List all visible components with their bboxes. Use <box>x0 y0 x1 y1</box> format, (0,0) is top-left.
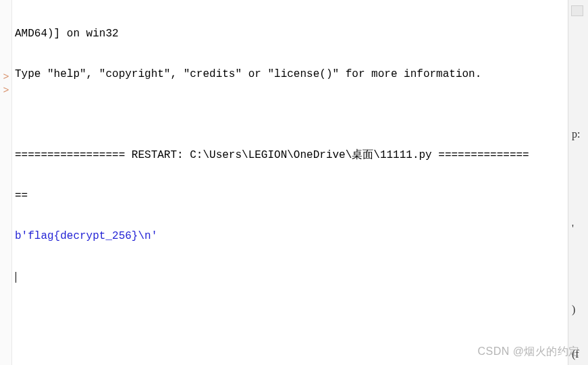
adjacent-code-fragment: p: ' ) (f <box>572 0 588 365</box>
prompt-marker: > <box>0 84 12 98</box>
idle-shell-window: > > AMD64)] on win32 Type "help", "copyr… <box>0 0 588 365</box>
prompt-gutter: > > <box>0 0 12 365</box>
banner-line: Type "help", "copyright", "credits" or "… <box>15 67 565 81</box>
program-output: b'flag{decrypt_256}\n' <box>15 229 565 243</box>
blank-line <box>15 108 565 121</box>
adjacent-window-sliver: p: ' ) (f <box>568 0 588 365</box>
text-cursor <box>16 272 16 283</box>
banner-line: AMD64)] on win32 <box>15 27 565 40</box>
input-line[interactable] <box>15 270 565 283</box>
restart-separator: ================= RESTART: C:\Users\LEGI… <box>15 148 565 162</box>
shell-output-area[interactable]: AMD64)] on win32 Type "help", "copyright… <box>12 0 568 365</box>
prompt-marker: > <box>0 71 12 84</box>
restart-separator-cont: == <box>15 189 565 202</box>
